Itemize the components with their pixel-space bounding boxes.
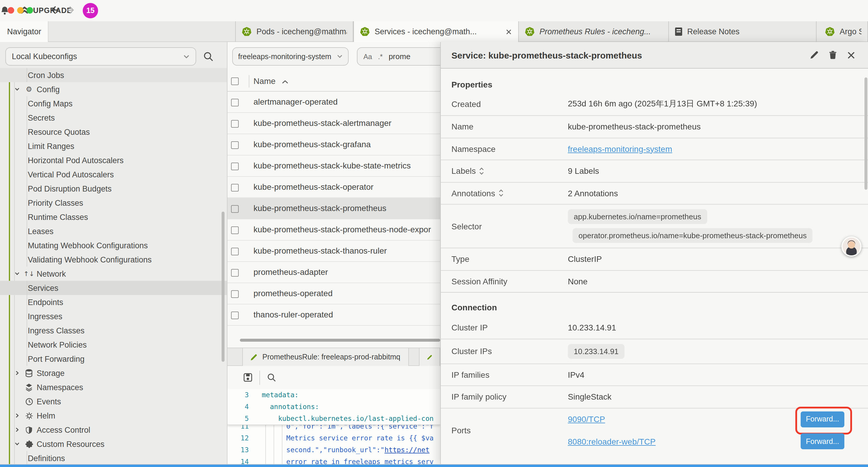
tab-pods-icecheng-mathmas[interactable]: Pods - icecheng@mathmas... [235, 21, 353, 42]
close-icon[interactable] [847, 51, 856, 59]
yaml-editor[interactable]: 11 0","for":"1m","labels":{"service":"f1… [227, 389, 440, 467]
table-row[interactable]: thanos-ruler-operated [227, 304, 440, 326]
chevron-down-icon[interactable] [14, 441, 20, 447]
notification-count-badge[interactable]: 15 [83, 3, 98, 18]
row-checkbox[interactable] [231, 226, 239, 234]
table-row[interactable]: prometheus-operated [227, 283, 440, 304]
chevron-down-icon[interactable] [14, 86, 20, 92]
sort-ascending-icon[interactable] [282, 80, 288, 84]
sidebar-item-namespaces[interactable]: Namespaces [0, 380, 227, 394]
chevron-down-icon[interactable] [14, 271, 20, 276]
editor-tab[interactable]: PrometheusRule: freeleaps-prod-rabbitmq [242, 348, 409, 366]
row-checkbox[interactable] [231, 290, 239, 298]
namespace-select[interactable]: freeleaps-monitoring-system [232, 47, 349, 66]
row-checkbox[interactable] [231, 248, 239, 255]
close-tab-icon[interactable] [505, 28, 512, 35]
sidebar-item-ingresses[interactable]: Ingresses [0, 309, 227, 323]
table-row[interactable]: kube-prometheus-stack-alertmanager [227, 113, 440, 134]
sidebar-item-access-control[interactable]: Access Control [0, 423, 227, 437]
match-case-toggle[interactable]: Aa [363, 52, 372, 61]
detail-value: 10.233.14.91 [568, 323, 616, 332]
sidebar-item-network[interactable]: ↑↓Network [0, 267, 227, 281]
sidebar-item-config-maps[interactable]: Config Maps [0, 96, 227, 111]
row-checkbox[interactable] [231, 269, 239, 276]
sidebar-scrollbar[interactable] [222, 212, 224, 362]
search-icon[interactable] [267, 373, 276, 382]
row-checkbox[interactable] [231, 163, 239, 170]
sidebar-item-leases[interactable]: Leases [0, 224, 227, 238]
sidebar-item-runtime-classes[interactable]: Runtime Classes [0, 210, 227, 224]
tab-release-notes[interactable]: Release Notes [669, 21, 816, 42]
sidebar-item-resource-quotas[interactable]: Resource Quotas [0, 125, 227, 139]
regex-toggle[interactable]: .* [378, 52, 382, 61]
port-link[interactable]: 9090/TCP [568, 415, 605, 424]
tab-prometheus-rules-icecheng[interactable]: Prometheus Rules - icecheng... [519, 21, 669, 42]
row-checkbox[interactable] [231, 120, 239, 128]
avatar[interactable] [841, 236, 862, 257]
table-row[interactable]: kube-prometheus-stack-prometheus-node-ex… [227, 219, 440, 241]
sidebar-item-horizontal-pod-autoscalers[interactable]: Horizontal Pod Autoscalers [0, 153, 227, 167]
row-checkbox[interactable] [231, 312, 239, 319]
updown-arrows-icon: ↑↓ [25, 270, 33, 278]
name-column-header[interactable]: Name [253, 76, 276, 86]
sidebar-item-priority-classes[interactable]: Priority Classes [0, 196, 227, 210]
sidebar-item-helm[interactable]: Helm [0, 408, 227, 423]
forward-button[interactable]: Forward... [801, 434, 844, 449]
horizontal-scrollbar[interactable] [227, 338, 440, 342]
minimize-window-button[interactable] [17, 7, 24, 13]
sidebar-item-mutating-webhook-configurations[interactable]: Mutating Webhook Configurations [0, 238, 227, 253]
sidebar-item-secrets[interactable]: Secrets [0, 111, 227, 125]
table-row[interactable]: alertmanager-operated [227, 92, 440, 113]
sidebar-item-storage[interactable]: Storage [0, 366, 227, 380]
row-checkbox[interactable] [231, 141, 239, 149]
sort-updown-icon[interactable] [499, 189, 503, 197]
back-icon[interactable] [50, 5, 59, 15]
chevron-right-icon[interactable] [14, 370, 20, 376]
table-row[interactable]: prometheus-adapter [227, 262, 440, 283]
sidebar-item-endpoints[interactable]: Endpoints [0, 295, 227, 309]
detail-scrollbar[interactable] [864, 78, 867, 190]
sidebar-item-network-policies[interactable]: Network Policies [0, 338, 227, 352]
select-all-checkbox[interactable] [231, 78, 239, 85]
close-window-button[interactable] [8, 7, 14, 13]
trash-icon[interactable] [829, 50, 837, 60]
sidebar-item-custom-resources[interactable]: Custom Resources [0, 437, 227, 451]
list-toolbar: freeleaps-monitoring-system Aa .* prome [227, 42, 440, 71]
navigator-panel-tab[interactable]: Navigator [0, 21, 49, 42]
table-row[interactable]: kube-prometheus-stack-operator [227, 177, 440, 198]
table-row[interactable]: kube-prometheus-stack-kube-state-metrics [227, 155, 440, 177]
tab-argo-se[interactable]: Argo Se [819, 21, 868, 42]
sidebar-item-services[interactable]: Services [0, 281, 227, 295]
filter-input[interactable]: Aa .* prome [357, 47, 440, 66]
sidebar-item-ingress-classes[interactable]: Ingress Classes [0, 323, 227, 338]
table-row[interactable]: kube-prometheus-stack-grafana [227, 134, 440, 155]
sidebar-item-cron-jobs[interactable]: Cron Jobs [0, 68, 227, 82]
editor-tab-partial[interactable] [419, 348, 440, 366]
row-checkbox[interactable] [231, 99, 239, 107]
row-checkbox[interactable] [231, 205, 239, 213]
port-link[interactable]: 8080:reloader-web/TCP [568, 437, 656, 446]
sidebar-item-definitions[interactable]: Definitions [0, 451, 227, 465]
sidebar-item-limit-ranges[interactable]: Limit Ranges [0, 139, 227, 153]
chevron-right-icon[interactable] [14, 427, 20, 433]
namespace-link[interactable]: freeleaps-monitoring-system [568, 144, 672, 154]
maximize-window-button[interactable] [27, 7, 33, 13]
forward-button[interactable]: Forward... [801, 411, 844, 428]
edit-pencil-icon[interactable] [809, 50, 819, 60]
sidebar-item-vertical-pod-autoscalers[interactable]: Vertical Pod Autoscalers [0, 167, 227, 181]
sidebar-item-pod-disruption-budgets[interactable]: Pod Disruption Budgets [0, 181, 227, 196]
sidebar-item-config[interactable]: ⚙Config [0, 82, 227, 96]
sort-updown-icon[interactable] [479, 167, 484, 175]
table-row[interactable]: kube-prometheus-stack-thanos-ruler [227, 241, 440, 262]
tab-services-icecheng-math[interactable]: Services - icecheng@math... [353, 21, 519, 42]
forward-icon[interactable] [66, 5, 75, 15]
row-checkbox[interactable] [231, 184, 239, 192]
save-icon[interactable] [243, 373, 252, 382]
kubeconfig-select[interactable]: Local Kubeconfigs [5, 47, 196, 66]
sidebar-item-port-forwarding[interactable]: Port Forwarding [0, 352, 227, 366]
sidebar-item-validating-webhook-configurations[interactable]: Validating Webhook Configurations [0, 253, 227, 267]
chevron-right-icon[interactable] [14, 413, 20, 418]
search-icon[interactable] [203, 52, 213, 61]
table-row[interactable]: kube-prometheus-stack-prometheus [227, 198, 440, 219]
sidebar-item-events[interactable]: Events [0, 394, 227, 408]
